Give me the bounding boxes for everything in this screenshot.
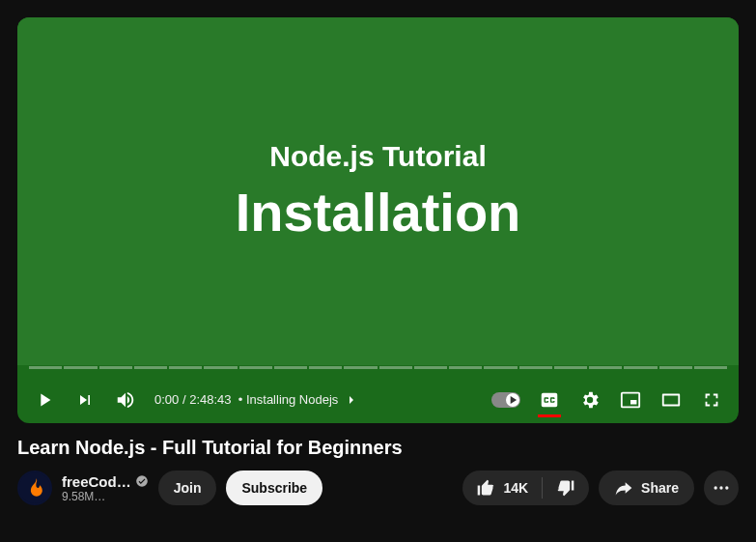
join-button[interactable]: Join <box>158 471 217 505</box>
progress-segment[interactable] <box>379 366 412 369</box>
volume-icon[interactable] <box>114 388 137 412</box>
thumbs-up-icon <box>476 478 495 498</box>
svg-point-0 <box>136 475 148 487</box>
progress-segment[interactable] <box>414 366 447 369</box>
chevron-right-icon[interactable] <box>344 392 359 408</box>
progress-segment[interactable] <box>344 366 377 369</box>
like-button[interactable]: 14K <box>462 471 542 505</box>
flame-icon <box>24 477 45 499</box>
subscriber-count: 9.58M… <box>62 490 149 503</box>
like-dislike-group: 14K <box>462 471 589 505</box>
video-player[interactable]: Node.js Tutorial Installation 0:00 / 2:4… <box>17 17 739 423</box>
progress-segment[interactable] <box>134 366 167 369</box>
progress-segment[interactable] <box>29 366 62 369</box>
progress-segment[interactable] <box>659 366 692 369</box>
meta-row: freeCod… 9.58M… Join Subscribe 14K Share <box>17 471 739 505</box>
theater-icon[interactable] <box>659 388 683 412</box>
captions-icon[interactable] <box>538 388 561 412</box>
play-icon[interactable] <box>33 388 56 412</box>
more-button[interactable] <box>704 471 739 505</box>
chapter-label[interactable]: Installing Nodejs <box>246 392 338 407</box>
progress-segment[interactable] <box>484 366 517 369</box>
fullscreen-icon[interactable] <box>700 388 723 412</box>
progress-segment[interactable] <box>169 366 202 369</box>
time-current: 0:00 <box>154 392 179 407</box>
progress-segment[interactable] <box>64 366 97 369</box>
more-icon <box>712 478 731 498</box>
channel-name: freeCod… <box>62 473 131 490</box>
progress-segment[interactable] <box>449 366 482 369</box>
svg-point-2 <box>719 486 722 489</box>
share-label: Share <box>641 480 679 496</box>
share-icon <box>614 478 633 498</box>
player-controls: 0:00 / 2:48:43 • Installing Nodejs <box>17 377 739 423</box>
progress-segment[interactable] <box>624 366 657 369</box>
subscribe-button[interactable]: Subscribe <box>226 471 322 505</box>
share-button[interactable]: Share <box>599 471 694 505</box>
video-overlay-subtitle: Node.js Tutorial <box>269 140 486 173</box>
thumbs-down-icon <box>556 478 575 498</box>
settings-icon[interactable] <box>578 388 602 412</box>
video-title: Learn Node.js - Full Tutorial for Beginn… <box>17 437 739 459</box>
svg-point-3 <box>725 486 728 489</box>
channel-avatar[interactable] <box>17 471 52 505</box>
video-overlay-title: Installation <box>236 181 521 243</box>
video-frame: Node.js Tutorial Installation <box>17 17 739 365</box>
progress-segment[interactable] <box>239 366 272 369</box>
progress-segment[interactable] <box>554 366 587 369</box>
channel-info[interactable]: freeCod… 9.58M… <box>62 473 149 503</box>
like-count: 14K <box>503 480 528 496</box>
time-display: 0:00 / 2:48:43 • Installing Nodejs <box>154 392 359 409</box>
verified-icon <box>135 474 149 488</box>
progress-segment[interactable] <box>694 366 727 369</box>
progress-segment[interactable] <box>589 366 622 369</box>
time-total: 2:48:43 <box>189 392 231 407</box>
dislike-button[interactable] <box>543 471 589 505</box>
next-icon[interactable] <box>73 388 97 412</box>
miniplayer-icon[interactable] <box>619 388 642 412</box>
autoplay-toggle[interactable] <box>491 392 520 408</box>
progress-bar[interactable] <box>29 366 727 370</box>
progress-segment[interactable] <box>274 366 307 369</box>
progress-segment[interactable] <box>309 366 342 369</box>
progress-segment[interactable] <box>519 366 552 369</box>
svg-point-1 <box>714 486 717 489</box>
progress-segment[interactable] <box>99 366 132 369</box>
progress-segment[interactable] <box>204 366 237 369</box>
